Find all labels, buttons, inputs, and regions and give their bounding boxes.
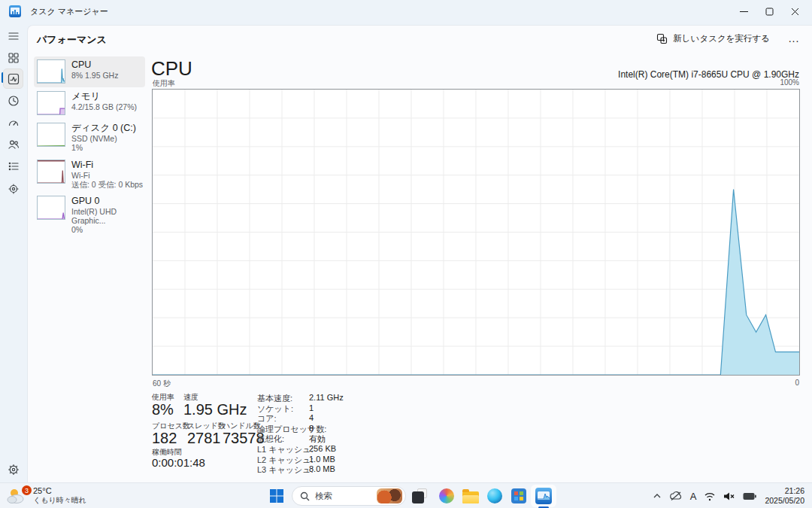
sidebar-item-memory[interactable]: メモリ 4.2/15.8 GB (27%) [34,88,145,120]
clock-date: 2025/05/20 [765,496,804,506]
content-panel: パフォーマンス 新しいタスクを実行する ... CPU 8% 1.95 GHz … [27,25,812,482]
maximize-icon [765,8,774,16]
processes-icon [8,52,20,64]
usage-value: 8% [152,401,174,418]
weather-condition: くもり時々晴れ [33,496,86,505]
wifi-mini-chart [37,160,65,184]
run-new-task-label: 新しいタスクを実行する [673,33,770,44]
notification-badge: 3 [22,485,32,495]
l3-cache-label: L3 キャッシュ: [257,464,314,476]
nav-app-history[interactable] [3,90,23,111]
close-icon [791,8,799,16]
axis-max-label: 100% [780,78,799,87]
copilot-icon [439,488,454,503]
nav-performance[interactable] [3,68,23,89]
axis-usage-label: 使用率 [153,78,175,89]
run-new-task-button[interactable]: 新しいタスクを実行する [649,29,777,48]
tray-ime-mode[interactable]: A [690,491,697,502]
settings-button[interactable] [3,459,23,479]
sidebar-item-gpu[interactable]: GPU 0 Intel(R) UHD Graphic... 0% [34,193,145,227]
taskbar: 3 25°C くもり時々晴れ 検索 [0,482,812,508]
sidebar-gpu-title: GPU 0 [71,196,145,207]
edge-icon [487,488,502,503]
sidebar-item-cpu[interactable]: CPU 8% 1.95 GHz [34,56,145,87]
chevron-up-icon [653,493,662,499]
memory-mini-chart [37,91,65,115]
services-gear-icon [8,183,20,195]
page-title: パフォーマンス [37,33,107,47]
taskbar-copilot[interactable] [438,487,456,505]
axis-60s-label: 60 秒 [153,379,171,389]
minimize-button[interactable] [731,0,756,23]
nav-users[interactable] [3,134,23,154]
taskbar-clock[interactable]: 21:26 2025/05/20 [765,486,804,506]
volume-muted-icon [723,491,735,501]
search-highlight-image [377,488,402,503]
cpu-heading: CPU [151,57,192,81]
l3-cache-value: 8.0 MB [309,464,335,473]
taskbar-edge[interactable] [486,487,504,505]
nav-startup-apps[interactable] [3,112,23,132]
store-app-icon [511,488,526,503]
task-manager-icon [535,488,552,504]
search-placeholder: 検索 [315,491,377,502]
more-options-button[interactable]: ... [782,29,806,48]
hamburger-menu-icon [8,30,20,42]
search-box[interactable]: 検索 [292,486,406,506]
sidebar-item-disk[interactable]: ディスク 0 (C:) SSD (NVMe) 1% [34,120,145,156]
windows-logo-icon [269,488,284,503]
tray-onedrive[interactable] [669,491,683,501]
window-title: タスク マネージャー [30,6,108,17]
base-speed-label: 基本速度: [257,393,292,404]
virtualization-value: 有効 [309,433,326,445]
menu-button[interactable] [3,26,23,46]
gpu-mini-chart [37,196,65,220]
start-button[interactable] [268,487,286,505]
nav-details[interactable] [3,156,23,176]
tray-wifi[interactable] [704,491,716,501]
close-button[interactable] [782,0,807,23]
tray-chevron-button[interactable] [653,493,662,499]
details-list-icon [8,160,20,172]
sidebar-cpu-title: CPU [71,59,118,71]
sidebar-item-wifi[interactable]: Wi-Fi Wi-Fi 送信: 0 受信: 0 Kbps [34,157,145,193]
sidebar-disk-title: ディスク 0 (C:) [71,123,136,134]
nav-services[interactable] [3,178,23,199]
file-explorer-icon [462,491,479,503]
task-manager-window: タスク マネージャー [0,0,812,482]
taskbar-store-app[interactable] [510,487,528,505]
cores-value: 4 [309,413,314,422]
sockets-value: 1 [309,403,314,412]
cpu-mini-chart [37,59,65,84]
tray-battery[interactable] [743,492,756,500]
task-manager-app-icon [9,5,21,17]
gear-icon [8,464,20,476]
speed-value: 1.95 GHz [183,401,247,418]
taskbar-app-dark[interactable] [411,487,429,505]
sidebar-gpu-name: Intel(R) UHD Graphic... [71,207,145,225]
cores-label: コア: [257,413,277,424]
history-icon [8,95,20,107]
dark-app-icon [412,488,427,503]
startup-gauge-icon [8,117,20,129]
l1-cache-label: L1 キャッシュ: [257,444,314,455]
uptime-value: 0:00:01:48 [152,456,205,469]
l1-cache-value: 256 KB [309,444,336,453]
sidebar-memory-stats: 4.2/15.8 GB (27%) [71,102,137,111]
sidebar-disk-type: SSD (NVMe) [71,134,136,143]
base-speed-value: 2.11 GHz [309,393,344,402]
sidebar-wifi-throughput: 送信: 0 受信: 0 Kbps [71,180,143,189]
threads-value: 2781 [187,430,221,447]
tray-volume[interactable] [723,491,735,501]
nav-processes[interactable] [3,47,23,68]
axis-0-label: 0 [795,379,799,387]
taskbar-task-manager-active[interactable] [531,485,556,507]
titlebar: タスク マネージャー [0,0,812,23]
weather-widget[interactable]: 3 25°C くもり時々晴れ [6,485,86,505]
l2-cache-value: 1.0 MB [309,455,335,464]
ellipsis-icon: ... [789,32,800,44]
taskbar-file-explorer[interactable] [462,487,480,505]
maximize-button[interactable] [756,0,782,23]
battery-icon [743,492,756,500]
disk-mini-chart [37,123,65,147]
